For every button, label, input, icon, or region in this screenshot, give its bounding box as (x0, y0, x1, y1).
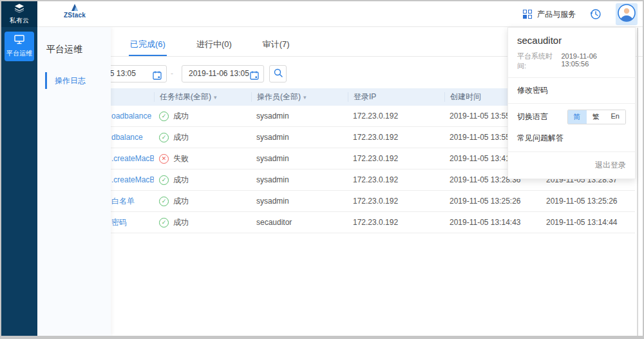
task-result: 成功 (173, 132, 189, 143)
app-header: ZStack 产品与服务 (37, 1, 643, 27)
finished-time: 2019-11-05 13:14:44 (541, 218, 635, 227)
login-ip: 172.23.0.192 (348, 218, 444, 227)
calendar-icon[interactable] (153, 70, 162, 82)
operator: sysadmin (251, 154, 348, 163)
date-to-value: 2019-11-06 13:05 (189, 69, 249, 78)
system-time-label: 平台系统时间: (517, 52, 562, 71)
check-circle-icon (159, 133, 169, 142)
nav-item-private-cloud[interactable]: 私有云 (1, 1, 37, 27)
faq-item[interactable]: 常见问题解答 (508, 128, 635, 152)
operator: sysadmin (251, 133, 348, 142)
user-dropdown-menu: secauditor 平台系统时间: 2019-11-06 13:05:56 修… (507, 27, 636, 179)
products-services-button[interactable]: 产品与服务 (523, 9, 576, 20)
active-indicator-bar (45, 72, 47, 89)
primary-nav-rail: 私有云 平台运维 (1, 1, 37, 336)
scrollbar[interactable] (637, 28, 638, 336)
date-range-separator: - (171, 65, 173, 82)
check-circle-icon (159, 111, 169, 121)
products-services-label: 产品与服务 (537, 9, 576, 20)
created-time: 2019-11-05 13:14:43 (444, 218, 541, 227)
zstack-logo[interactable]: ZStack (55, 4, 94, 19)
sidebar-item-operation-log[interactable]: 操作日志 (37, 72, 111, 90)
system-time-row: 平台系统时间: 2019-11-06 13:05:56 (508, 48, 635, 78)
tab-completed[interactable]: 已完成(6) (129, 32, 167, 56)
login-ip: 172.23.0.192 (348, 175, 444, 184)
check-circle-icon (159, 218, 169, 228)
created-time: 2019-11-05 13:25:26 (444, 197, 541, 206)
check-circle-icon (159, 197, 169, 206)
chevron-down-icon: ▾ (214, 94, 217, 101)
lang-option-english[interactable]: En (605, 110, 625, 124)
finished-time: 2019-11-05 13:25:26 (541, 197, 635, 206)
operator: secauditor (251, 218, 348, 227)
table-row: 密码 成功 secauditor 172.23.0.192 2019-11-05… (91, 212, 635, 233)
task-result: 失败 (173, 153, 189, 164)
header-actions: 产品与服务 (523, 1, 638, 27)
grid-icon (523, 10, 533, 19)
switch-language-label: 切换语言 (517, 111, 548, 122)
lang-option-traditional[interactable]: 繁 (587, 110, 605, 124)
login-ip: 172.23.0.192 (348, 197, 444, 206)
sidebar-title: 平台运维 (46, 44, 111, 55)
username: secauditor (508, 28, 635, 48)
avatar-icon (618, 4, 636, 24)
operator: sysadmin (251, 197, 348, 206)
zstack-logo-text: ZStack (64, 12, 86, 19)
task-result: 成功 (173, 111, 189, 122)
search-icon (274, 68, 283, 80)
calendar-icon[interactable] (250, 70, 259, 82)
task-result: 成功 (173, 196, 189, 207)
layers-icon (14, 4, 25, 15)
monitor-icon (14, 35, 24, 47)
secondary-sidebar: 平台运维 操作日志 (37, 27, 111, 336)
check-circle-icon (159, 175, 169, 185)
col-operator-filter[interactable]: 操作员(全部)▾ (251, 92, 348, 102)
x-circle-icon (159, 154, 169, 164)
language-toggle: 简 繁 En (567, 110, 626, 124)
system-time-value: 2019-11-06 13:05:56 (562, 52, 627, 68)
app-window: 私有云 平台运维 ZStack 产品与服务 (0, 0, 644, 339)
login-ip: 172.23.0.192 (348, 154, 444, 163)
operator: sysadmin (251, 175, 348, 184)
change-password-item[interactable]: 修改密码 (508, 78, 635, 104)
date-to-input[interactable]: 2019-11-06 13:05 (182, 65, 264, 82)
lang-option-simplified[interactable]: 简 (568, 110, 587, 124)
chevron-down-icon: ▾ (303, 94, 307, 101)
search-button[interactable] (269, 65, 287, 82)
nav-platform-ops-label: 平台运维 (6, 49, 32, 58)
operator: sysadmin (251, 111, 348, 121)
table-row: 白名单 成功 sysadmin 172.23.0.192 2019-11-05 … (91, 191, 635, 212)
col-login-ip: 登录IP (348, 92, 444, 102)
login-ip: 172.23.0.192 (348, 133, 444, 142)
user-avatar-button[interactable] (616, 3, 638, 25)
task-result: 成功 (173, 175, 189, 186)
nav-private-cloud-label: 私有云 (10, 16, 29, 25)
nav-item-platform-ops[interactable]: 平台运维 (5, 32, 34, 61)
login-ip: 172.23.0.192 (348, 111, 444, 121)
tab-in-progress[interactable]: 进行中(0) (195, 32, 233, 56)
task-result: 成功 (173, 217, 189, 228)
tab-audit[interactable]: 审计(7) (261, 32, 291, 56)
history-clock-icon[interactable] (590, 8, 601, 20)
col-task-result-filter[interactable]: 任务结果(全部)▾ (154, 92, 251, 102)
logout-button[interactable]: 退出登录 (508, 152, 635, 179)
switch-language-row: 切换语言 简 繁 En (508, 104, 635, 128)
